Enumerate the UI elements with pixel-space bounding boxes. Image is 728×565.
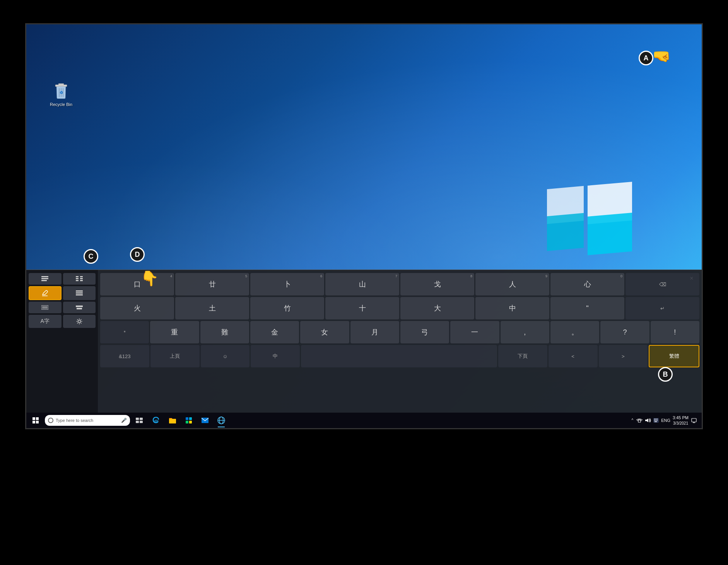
recycle-bin-graphic: ♻ xyxy=(52,82,70,100)
start-button[interactable] xyxy=(28,413,43,428)
kb-key-重[interactable]: 重 xyxy=(150,321,199,343)
kb-key-人[interactable]: 9人 xyxy=(475,273,549,295)
kb-key-難[interactable]: 難 xyxy=(200,321,249,343)
clock-time: 3:45 PM xyxy=(673,415,689,420)
kb-key-123[interactable]: &123 xyxy=(100,345,149,367)
kb-mode-compact[interactable] xyxy=(63,302,96,313)
language-indicator[interactable]: ENG xyxy=(661,418,670,423)
kb-key-十[interactable]: 十 xyxy=(325,297,399,319)
kb-mode-standard[interactable] xyxy=(29,273,62,285)
kb-key-pageup[interactable]: 上頁 xyxy=(150,345,200,367)
kb-key-right[interactable]: > xyxy=(599,345,648,367)
annotation-D: D xyxy=(130,247,145,262)
system-clock[interactable]: 3:45 PM 3/3/2021 xyxy=(673,415,689,425)
keyboard-mode-grid xyxy=(29,273,96,313)
kb-key-quote[interactable]: " xyxy=(550,297,624,319)
kb-key-卜[interactable]: 6卜 xyxy=(250,273,324,295)
kb-key-zh[interactable]: 中 xyxy=(251,345,300,367)
svg-rect-13 xyxy=(186,421,188,423)
svg-rect-35 xyxy=(80,276,83,277)
search-bar[interactable]: Type here to search 🎤 xyxy=(45,415,130,426)
svg-rect-26 xyxy=(657,420,658,421)
taskbar-apps xyxy=(149,413,229,428)
kb-key-大[interactable]: 大 xyxy=(400,297,474,319)
kb-key-女[interactable]: 女 xyxy=(300,321,349,343)
kb-key-exclaim[interactable]: ! xyxy=(651,321,699,343)
svg-rect-10 xyxy=(169,419,176,423)
svg-rect-28 xyxy=(692,418,696,422)
svg-rect-25 xyxy=(656,420,657,421)
kb-key-中[interactable]: 中 xyxy=(475,297,549,319)
svg-rect-9 xyxy=(140,421,143,423)
win-grid-br xyxy=(36,421,39,423)
svg-rect-24 xyxy=(654,420,655,421)
kb-key-火[interactable]: 火 xyxy=(100,297,174,319)
kb-font-button[interactable]: A字 xyxy=(29,315,62,328)
network-icon[interactable] xyxy=(636,418,643,423)
keyboard-row-2: 火 土 竹 十 大 中 " ↵ xyxy=(100,297,699,319)
edge-taskbar-icon[interactable] xyxy=(149,413,164,428)
kb-mode-handwriting[interactable] xyxy=(29,286,62,300)
kb-key-space[interactable] xyxy=(301,345,497,367)
microphone-icon: 🎤 xyxy=(121,418,127,423)
kb-key-戈[interactable]: 8戈 xyxy=(400,273,474,295)
svg-rect-43 xyxy=(76,294,83,295)
mail-taskbar-icon[interactable] xyxy=(197,413,213,428)
svg-rect-42 xyxy=(76,292,83,294)
kb-key-question[interactable]: ? xyxy=(600,321,649,343)
svg-rect-1 xyxy=(58,84,64,85)
win-grid-tl xyxy=(32,417,35,420)
kb-mode-split[interactable] xyxy=(63,273,96,285)
keyboard-left-panel: A字 xyxy=(26,270,98,413)
kb-key-山[interactable]: 7山 xyxy=(325,273,399,295)
annotation-A: A xyxy=(639,51,653,65)
store-taskbar-icon[interactable] xyxy=(181,413,197,428)
keyboard-tray-icon[interactable] xyxy=(653,418,659,423)
svg-rect-32 xyxy=(41,278,48,279)
kb-key-trad-chinese[interactable]: 繁體 xyxy=(649,345,699,367)
kb-key-廿[interactable]: 5廿 xyxy=(175,273,249,295)
svg-rect-8 xyxy=(136,421,139,423)
kb-key-竹[interactable]: 竹 xyxy=(250,297,324,319)
kb-key-心[interactable]: 0心 xyxy=(550,273,624,295)
keyboard-row-4: &123 上頁 ☺ 中 下頁 < > 繁體 xyxy=(100,345,699,367)
svg-rect-34 xyxy=(76,276,79,277)
kb-key-comma[interactable]: , xyxy=(501,321,549,343)
kb-key-emoji[interactable]: ☺ xyxy=(201,345,250,367)
hand-cursor-D: 👇 xyxy=(140,270,159,287)
annotation-B: B xyxy=(658,367,673,382)
svg-rect-6 xyxy=(136,418,139,420)
volume-icon[interactable] xyxy=(645,418,651,423)
recycle-bin-icon[interactable]: ♻ Recycle Bin xyxy=(48,82,75,107)
kb-key-left[interactable]: < xyxy=(549,345,598,367)
tray-chevron[interactable]: ^ xyxy=(631,417,634,423)
kb-key-enter[interactable]: ↵ xyxy=(625,297,699,319)
screen-container: ♻ Recycle Bin Type here to search 🎤 xyxy=(25,23,703,429)
kb-mode-virtual2[interactable] xyxy=(63,286,96,300)
kb-key-金[interactable]: 金 xyxy=(250,321,299,343)
keyboard-row-3: * 重 難 金 女 月 弓 一 , 。 ? ! xyxy=(100,321,699,343)
task-view-button[interactable] xyxy=(132,413,147,428)
kb-key-pagedown[interactable]: 下頁 xyxy=(498,345,547,367)
svg-rect-15 xyxy=(202,418,208,423)
svg-rect-22 xyxy=(656,419,657,420)
kb-key-口[interactable]: 4口 xyxy=(100,273,174,295)
file-explorer-taskbar-icon[interactable] xyxy=(165,413,180,428)
svg-point-48 xyxy=(78,320,80,323)
browser-taskbar-icon[interactable] xyxy=(214,413,229,428)
kb-key-土[interactable]: 土 xyxy=(175,297,249,319)
kb-settings-button[interactable] xyxy=(63,315,96,328)
win-logo-pane-br xyxy=(588,213,632,255)
kb-key-月[interactable]: 月 xyxy=(350,321,399,343)
notification-icon[interactable] xyxy=(691,417,697,423)
kb-key-period[interactable]: 。 xyxy=(550,321,599,343)
recycle-bin-label: Recycle Bin xyxy=(48,102,75,107)
kb-key-backspace[interactable]: ⌫ xyxy=(625,273,699,295)
kb-mode-fullwidth[interactable] xyxy=(29,302,62,313)
search-icon xyxy=(48,418,53,423)
kb-key-一[interactable]: 一 xyxy=(450,321,499,343)
kb-key-弓[interactable]: 弓 xyxy=(400,321,449,343)
svg-marker-20 xyxy=(645,418,648,422)
kb-key-star[interactable]: * xyxy=(100,321,149,343)
svg-rect-11 xyxy=(186,417,188,420)
